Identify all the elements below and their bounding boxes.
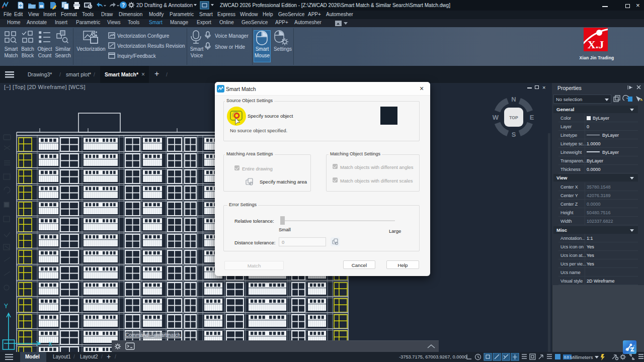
- svg-text:Y: Y: [4, 303, 8, 310]
- svg-text:X: X: [48, 341, 52, 348]
- svg-text:X.J: X.J: [588, 38, 604, 51]
- svg-text:W: W: [493, 114, 499, 121]
- svg-text:N: N: [511, 96, 516, 103]
- svg-text:S: S: [512, 131, 516, 138]
- svg-text:?: ?: [122, 3, 125, 8]
- svg-text:2D Drafting & Annotation: 2D Drafting & Annotation: [136, 3, 193, 8]
- svg-text:E: E: [530, 114, 534, 121]
- svg-text:TOP: TOP: [509, 115, 518, 120]
- svg-text:0.0: 0.0: [564, 355, 569, 359]
